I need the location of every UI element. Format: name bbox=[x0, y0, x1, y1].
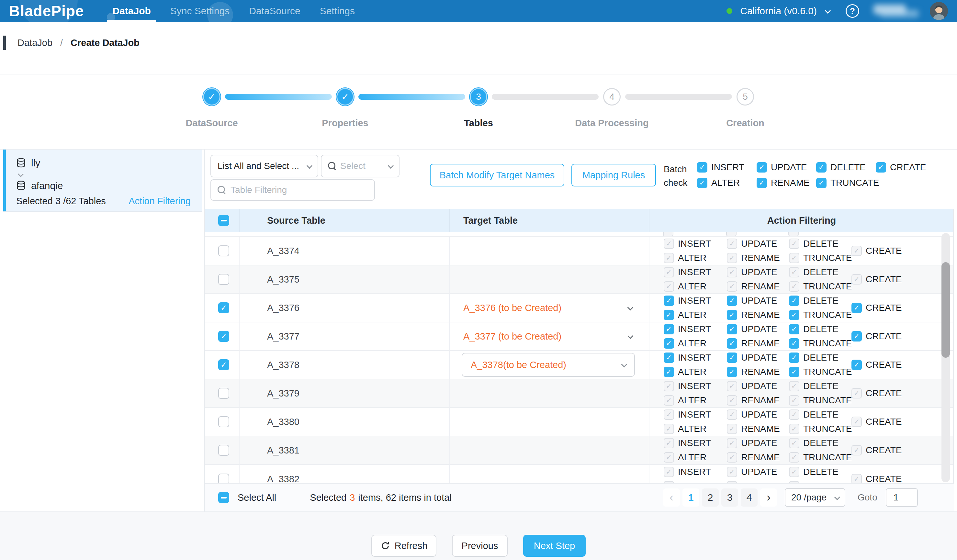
row-checkbox-cell bbox=[205, 237, 239, 265]
goto-page-input[interactable] bbox=[886, 488, 918, 507]
page-size-select[interactable]: 20 /page bbox=[785, 488, 845, 507]
action-label: UPDATE bbox=[771, 162, 807, 172]
breadcrumb-parent[interactable]: DataJob bbox=[17, 38, 52, 48]
row-select-checkbox[interactable] bbox=[218, 416, 229, 427]
action-checkbox-truncate[interactable] bbox=[789, 338, 799, 349]
action-label: TRUNCATE bbox=[803, 367, 852, 377]
table-scrollbar[interactable] bbox=[941, 233, 950, 482]
refresh-button[interactable]: Refresh bbox=[371, 535, 436, 557]
previous-button[interactable]: Previous bbox=[452, 535, 508, 557]
row-select-checkbox[interactable] bbox=[218, 445, 229, 456]
source-table-name: A_3382 bbox=[267, 474, 300, 483]
action-filter-item: CREATE bbox=[876, 161, 935, 174]
target-table-select[interactable]: A_3378(to be Created) bbox=[462, 353, 635, 377]
action-filter-item: RENAME bbox=[727, 451, 789, 464]
action-checkbox-alter[interactable] bbox=[664, 367, 674, 377]
column-select-placeholder: Select bbox=[340, 161, 384, 171]
action-checkbox-update[interactable] bbox=[756, 162, 767, 172]
action-checkbox-update[interactable] bbox=[727, 295, 737, 306]
action-checkbox-rename[interactable] bbox=[727, 338, 737, 349]
action-filter-item: CREATE bbox=[851, 245, 902, 257]
row-checkbox-cell bbox=[205, 465, 239, 483]
action-checkbox-create[interactable] bbox=[851, 360, 862, 370]
page-size-value: 20 /page bbox=[791, 492, 826, 503]
action-checkbox-update[interactable] bbox=[727, 352, 737, 363]
action-checkbox-delete[interactable] bbox=[789, 324, 799, 334]
avatar[interactable] bbox=[930, 2, 948, 20]
page-button-1[interactable]: 1 bbox=[682, 489, 699, 506]
action-filter-column: UPDATERENAME bbox=[727, 295, 789, 321]
action-filtering-link[interactable]: Action Filtering bbox=[128, 196, 191, 207]
row-select-checkbox[interactable] bbox=[218, 473, 229, 483]
action-filter-item: CREATE bbox=[851, 387, 902, 399]
source-table-cell: A_3382 bbox=[239, 465, 449, 483]
row-select-checkbox[interactable] bbox=[218, 274, 229, 285]
action-checkbox-create[interactable] bbox=[851, 303, 862, 313]
step-label: Tables bbox=[464, 118, 493, 128]
prev-page-button[interactable]: ‹ bbox=[663, 489, 680, 506]
breadcrumb-accent-bar bbox=[3, 36, 6, 50]
chevron-down-icon[interactable] bbox=[627, 333, 633, 339]
action-checkbox-delete[interactable] bbox=[789, 295, 799, 306]
action-checkbox-create[interactable] bbox=[851, 331, 862, 341]
action-label: TRUNCATE bbox=[803, 395, 852, 405]
batch-modify-target-names-button[interactable]: Batch Modify Target Names bbox=[430, 164, 564, 186]
help-icon[interactable]: ? bbox=[846, 4, 859, 18]
row-select-checkbox[interactable] bbox=[218, 388, 229, 399]
action-filter-item: RENAME bbox=[727, 252, 789, 264]
action-checkbox-insert[interactable] bbox=[664, 324, 674, 334]
page-button-4[interactable]: 4 bbox=[741, 489, 758, 506]
action-filter-item: INSERT bbox=[697, 161, 756, 174]
action-checkbox-alter[interactable] bbox=[664, 338, 674, 349]
column-header-target-table: Target Table bbox=[463, 215, 518, 226]
column-select[interactable]: Select bbox=[321, 155, 400, 177]
action-checkbox-rename[interactable] bbox=[727, 310, 737, 320]
row-select-checkbox[interactable] bbox=[218, 302, 229, 313]
column-header-action-filtering: Action Filtering bbox=[767, 215, 836, 226]
action-checkbox-update[interactable] bbox=[727, 324, 737, 334]
target-table-cell bbox=[449, 465, 649, 483]
list-mode-select[interactable]: List All and Select ... bbox=[210, 155, 318, 177]
mapping-rules-button[interactable]: Mapping Rules bbox=[572, 164, 656, 186]
nav-item-sync-settings[interactable]: Sync Settings bbox=[161, 0, 239, 22]
action-checkbox-create[interactable] bbox=[876, 162, 886, 172]
table-filter-input[interactable]: Table Filtering bbox=[210, 179, 375, 201]
chevron-down-icon[interactable] bbox=[825, 8, 831, 13]
action-checkbox-truncate[interactable] bbox=[789, 310, 799, 320]
select-all-checkbox[interactable] bbox=[218, 492, 229, 503]
row-select-checkbox[interactable] bbox=[218, 245, 229, 256]
action-checkbox-alter[interactable] bbox=[664, 310, 674, 320]
next-step-button[interactable]: Next Step bbox=[523, 535, 586, 557]
action-filter-item: DELETE bbox=[789, 295, 851, 307]
action-filter-columns: INSERTALTERUPDATERENAMEDELETETRUNCATECRE… bbox=[664, 409, 902, 435]
nav-item-settings[interactable]: Settings bbox=[310, 0, 365, 22]
step-creation: 5 Creation bbox=[736, 88, 754, 106]
action-checkbox-delete[interactable] bbox=[789, 352, 799, 363]
action-checkbox-delete[interactable] bbox=[816, 162, 826, 172]
action-checkbox-insert[interactable] bbox=[664, 352, 674, 363]
action-checkbox-truncate[interactable] bbox=[789, 367, 799, 377]
action-checkbox-partial bbox=[663, 232, 673, 237]
datasource-pair-card[interactable]: lly afanqie Selected 3 /62 Tables Acti bbox=[3, 150, 202, 212]
action-checkbox-alter bbox=[664, 253, 674, 263]
region-selector[interactable]: California (v0.6.0) bbox=[740, 5, 817, 16]
nav-item-datajob[interactable]: DataJob bbox=[103, 0, 160, 22]
action-checkbox-rename[interactable] bbox=[756, 178, 767, 188]
action-filter-item: TRUNCATE bbox=[789, 337, 851, 350]
action-checkbox-truncate[interactable] bbox=[816, 178, 826, 188]
action-checkbox-insert[interactable] bbox=[697, 162, 707, 172]
next-page-button[interactable]: › bbox=[760, 489, 777, 506]
page-button-2[interactable]: 2 bbox=[702, 489, 719, 506]
action-checkbox-alter[interactable] bbox=[697, 178, 707, 188]
row-select-checkbox[interactable] bbox=[218, 359, 229, 370]
action-checkbox-insert[interactable] bbox=[664, 295, 674, 306]
header-select-checkbox[interactable] bbox=[218, 215, 229, 226]
action-checkbox-rename[interactable] bbox=[727, 367, 737, 377]
row-select-checkbox[interactable] bbox=[218, 331, 229, 342]
scrollbar-thumb[interactable] bbox=[941, 262, 950, 358]
action-checkbox-alter bbox=[664, 281, 674, 292]
action-label: ALTER bbox=[678, 395, 706, 405]
page-button-3[interactable]: 3 bbox=[721, 489, 738, 506]
nav-item-datasource[interactable]: DataSource bbox=[239, 0, 310, 22]
chevron-down-icon[interactable] bbox=[627, 304, 633, 310]
